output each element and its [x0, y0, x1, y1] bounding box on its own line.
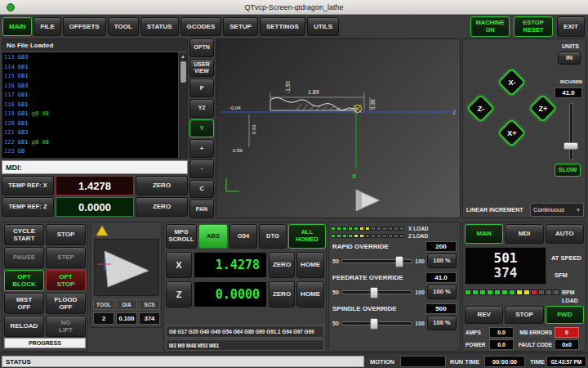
scrollbar-thumb[interactable]: [180, 61, 186, 83]
origin-axes-icon: [226, 178, 239, 191]
view-button-pan[interactable]: PAN: [189, 200, 214, 218]
exit-button[interactable]: EXIT: [557, 16, 585, 37]
view-button-plus[interactable]: +: [189, 139, 214, 158]
override-group-feedrate-override: FEEDRATE OVERRIDE41.050100100 %: [331, 272, 458, 300]
mdi-header[interactable]: MDI:: [2, 160, 188, 174]
led-cell: [538, 289, 545, 295]
cycle-button-step[interactable]: STEP: [46, 247, 86, 268]
led-cell: [331, 234, 336, 238]
home-z-button[interactable]: HOME: [296, 281, 324, 307]
temp-ref-z-label: TEMP REF: Z: [2, 197, 54, 217]
cycle-button-no-lift[interactable]: NO LIFT: [46, 316, 86, 337]
cycle-button-mist-off[interactable]: MIST OFF: [4, 293, 44, 314]
override-slider-handle[interactable]: [370, 287, 378, 298]
view-button-y[interactable]: Y: [189, 119, 214, 138]
part-profile: [270, 98, 357, 110]
cycle-button-opt-block[interactable]: OPT BLOCK: [4, 270, 44, 291]
jog-slider-handle[interactable]: [564, 142, 578, 150]
view-button-p[interactable]: P: [189, 79, 214, 97]
led-cell: [531, 289, 537, 295]
dro-button-g54[interactable]: G54: [229, 224, 257, 249]
tool-value-tool: 2: [93, 312, 114, 325]
jog-z-minus-button[interactable]: Z-: [466, 94, 496, 123]
mode-button-auto[interactable]: AUTO: [546, 224, 584, 244]
cycle-button-cycle-start[interactable]: CYCLE START: [4, 224, 44, 245]
spindle-fwd-button[interactable]: FWD: [546, 306, 584, 324]
jog-z-minus-label: Z-: [466, 94, 496, 123]
cycle-button-opt-stop[interactable]: OPT STOP: [46, 270, 86, 291]
slow-button[interactable]: SLOW: [555, 164, 581, 177]
motion-value: [400, 356, 446, 367]
cycle-button-reload[interactable]: RELOAD: [4, 316, 44, 337]
spindle-rev-button[interactable]: REV: [465, 306, 503, 324]
override-value: 200: [425, 241, 457, 252]
jog-rate-slider[interactable]: [563, 103, 579, 160]
tool-panel: TOOLDIASCS 20.100374: [90, 222, 162, 328]
gcode-line-115: 115 G01: [4, 72, 178, 82]
override-100-button[interactable]: 100 %: [427, 285, 457, 299]
mode-button-mdi[interactable]: MDI: [505, 224, 543, 244]
override-slider[interactable]: [341, 290, 413, 294]
tool-graphic: [94, 239, 159, 296]
override-slider-handle[interactable]: [370, 318, 378, 330]
override-100-button[interactable]: 100 %: [427, 254, 457, 268]
machine-on-button[interactable]: MACHINE ON: [470, 16, 510, 37]
scrollbar-up-icon[interactable]: ▲: [180, 53, 187, 61]
override-slider-handle[interactable]: [395, 256, 403, 267]
cycle-button-pause[interactable]: PAUSE: [4, 247, 44, 268]
override-label: FEEDRATE OVERRIDE: [332, 274, 403, 281]
menu-tab-settings[interactable]: SETTINGS: [260, 17, 305, 36]
mode-button-man[interactable]: MAN: [465, 224, 503, 244]
led-cell: [394, 234, 399, 238]
menu-tab-file[interactable]: FILE: [33, 17, 60, 36]
override-slider[interactable]: [341, 321, 413, 325]
override-100-button[interactable]: 100 %: [427, 316, 457, 330]
gcode-line-116: 116 G03: [4, 82, 178, 92]
temp-ref-x-row: TEMP REF: X 1.4278 ZERO: [2, 176, 188, 195]
menu-tab-status[interactable]: STATUS: [140, 17, 179, 36]
axis-select-x-button[interactable]: X: [166, 252, 192, 278]
dro-button-mpg-scroll[interactable]: MPG SCROLL: [166, 224, 197, 249]
view-button-minus[interactable]: -: [189, 159, 214, 178]
jog-x-plus-button[interactable]: X+: [497, 119, 527, 148]
menu-tab-tool[interactable]: TOOL: [108, 17, 139, 36]
graphics-preview[interactable]: Z X 1.89 0.39 -1.50 -0.04 0.63 0.59: [216, 38, 461, 218]
zero-z-button[interactable]: ZERO: [269, 281, 295, 307]
dimension-lines: [249, 92, 370, 147]
led-cell: [354, 227, 359, 231]
home-x-button[interactable]: HOME: [296, 252, 324, 278]
view-button-user-view[interactable]: USER VIEW: [189, 59, 214, 78]
led-cell: [342, 227, 347, 231]
units-in-button[interactable]: IN: [558, 52, 581, 65]
view-button-c[interactable]: C: [189, 180, 214, 199]
menu-tab-main[interactable]: MAIN: [2, 17, 32, 36]
cycle-button-stop[interactable]: STOP: [46, 224, 86, 245]
spindle-stop-button[interactable]: STOP: [505, 306, 543, 324]
linear-increment-select[interactable]: Continuous ▼: [530, 203, 584, 217]
cycle-button-flood-off[interactable]: FLOOD OFF: [46, 293, 86, 314]
temp-ref-z-zero-button[interactable]: ZERO: [136, 197, 188, 217]
menu-tab-gcodes[interactable]: GCODES: [180, 17, 222, 36]
override-slider[interactable]: [341, 259, 413, 263]
temp-ref-x-zero-button[interactable]: ZERO: [136, 176, 188, 195]
view-button-optn[interactable]: OPTN: [189, 38, 214, 57]
axis-select-z-button[interactable]: Z: [166, 281, 192, 307]
dro-panel: MPG SCROLLABSG54DTGALL HOMED X1.4278ZERO…: [163, 222, 327, 352]
zero-x-button[interactable]: ZERO: [269, 252, 295, 278]
dro-button-abs[interactable]: ABS: [198, 224, 228, 249]
menu-tab-offsets[interactable]: OFFSETS: [63, 17, 106, 36]
menu-tab-utils[interactable]: UTILS: [307, 17, 339, 36]
jog-z-plus-button[interactable]: Z+: [528, 94, 558, 123]
menu-tab-setup[interactable]: SETUP: [223, 17, 258, 36]
tool-direction-icon[interactable]: [96, 225, 109, 236]
gcode-listing[interactable]: 113 G03114 G01115 G01116 G03117 G01118 G…: [2, 52, 178, 158]
dro-button-dtg[interactable]: DTG: [259, 224, 287, 249]
estop-reset-button[interactable]: ESTOP RESET: [514, 16, 553, 37]
view-button-y2[interactable]: Y2: [189, 99, 214, 118]
gcode-scrollbar[interactable]: ▲: [178, 52, 187, 158]
gcode-line-118: 118 G01: [4, 101, 178, 110]
dro-button-all-homed[interactable]: ALL HOMED: [288, 224, 326, 249]
tool-cone: [356, 190, 380, 211]
window-menu-icon[interactable]: [7, 3, 15, 11]
jog-x-minus-button[interactable]: X-: [497, 68, 527, 97]
